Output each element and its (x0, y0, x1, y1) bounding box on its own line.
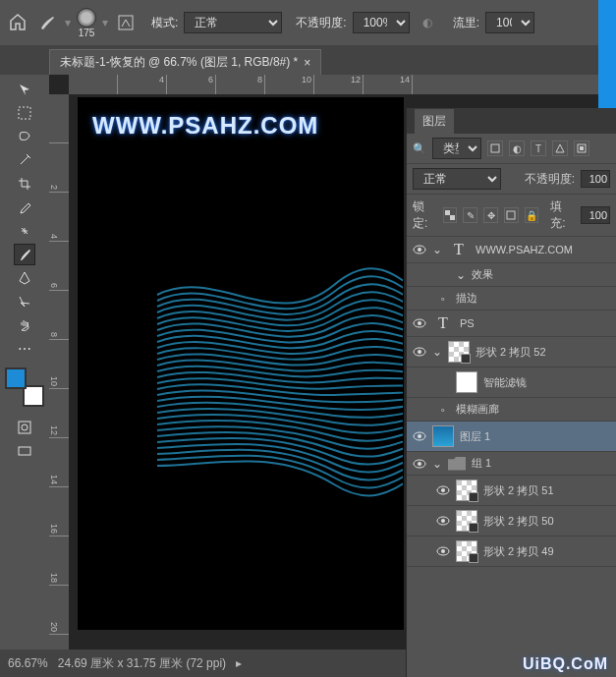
layer-thumbnail (448, 341, 470, 363)
layer-name[interactable]: 组 1 (472, 456, 610, 471)
visibility-eye-icon[interactable] (413, 316, 426, 330)
layer-name[interactable]: 图层 1 (460, 429, 610, 444)
crop-tool-icon[interactable] (14, 173, 35, 195)
lock-label: 锁定: (413, 198, 437, 232)
brush-tool-icon[interactable] (14, 244, 35, 265)
layer-name[interactable]: 形状 2 拷贝 51 (483, 483, 610, 498)
move-tool-icon[interactable] (14, 79, 35, 100)
visibility-eye-icon[interactable] (413, 429, 426, 443)
home-icon[interactable] (6, 11, 29, 34)
layer-row[interactable]: 形状 2 拷贝 49 (407, 536, 616, 567)
layer-name[interactable]: PS (460, 317, 610, 329)
document-tab-title: 未标题-1-恢复的 @ 66.7% (图层 1, RGB/8#) * (60, 54, 298, 71)
lock-artboard-icon[interactable] (504, 207, 519, 223)
brush-panel-icon[interactable] (114, 11, 138, 34)
filter-type-select[interactable]: 类型 (432, 138, 481, 159)
doc-info-chevron-icon[interactable]: ▸ (236, 656, 242, 670)
visibility-eye-icon[interactable] (436, 375, 450, 389)
pen-tool-icon[interactable] (14, 267, 35, 289)
marquee-tool-icon[interactable] (14, 102, 35, 124)
visibility-eye-icon[interactable]: ◦ (436, 292, 450, 306)
hand-tool-icon[interactable] (14, 314, 35, 336)
layer-name[interactable]: 模糊画廊 (456, 402, 610, 417)
layer-blend-select[interactable]: 正常 (413, 168, 501, 190)
heal-tool-icon[interactable] (14, 220, 35, 242)
layer-name[interactable]: 形状 2 拷贝 49 (483, 544, 610, 559)
visibility-eye-icon[interactable] (436, 268, 450, 282)
lock-pixels-icon[interactable] (443, 207, 458, 223)
expand-chevron-icon[interactable]: ⌄ (432, 345, 442, 359)
lock-move-icon[interactable]: ✥ (483, 207, 498, 223)
quickmask-icon[interactable] (14, 417, 35, 438)
zoom-value[interactable]: 66.67% (8, 656, 48, 670)
layers-panel: 图层 🔍 类型 ◐ T 正常 不透明度: 锁定: ✎ ✥ 🔒 填充: ⌄TWWW… (406, 108, 616, 677)
layer-lock-row: 锁定: ✎ ✥ 🔒 填充: (407, 195, 616, 237)
filter-type-icon[interactable]: T (531, 141, 546, 156)
layer-blend-row: 正常 不透明度: (407, 164, 616, 195)
opacity-select[interactable]: 100% (353, 12, 410, 33)
blend-mode-select[interactable]: 正常 (184, 12, 282, 33)
document-canvas[interactable]: WWW.PSAHZ.COM (79, 98, 403, 629)
layer-row[interactable]: 智能滤镜 (407, 367, 616, 398)
color-swatches[interactable] (5, 367, 44, 407)
layer-name[interactable]: 效果 (472, 267, 610, 282)
path-tool-icon[interactable] (14, 291, 35, 312)
eyedrop-tool-icon[interactable] (14, 197, 35, 218)
svg-point-20 (418, 462, 421, 466)
svg-point-3 (22, 424, 28, 430)
visibility-eye-icon[interactable] (436, 514, 450, 528)
doc-info: 24.69 厘米 x 31.75 厘米 (72 ppi) (58, 655, 226, 672)
svg-rect-9 (450, 215, 455, 220)
layer-row[interactable]: ⌄组 1 (407, 452, 616, 476)
fill-label: 填充: (550, 198, 575, 232)
visibility-eye-icon[interactable] (436, 483, 450, 497)
svg-rect-10 (507, 211, 515, 219)
layer-row[interactable]: 形状 2 拷贝 50 (407, 506, 616, 536)
filter-shape-icon[interactable] (552, 141, 568, 156)
layer-opacity-input[interactable] (581, 170, 610, 188)
visibility-eye-icon[interactable] (413, 243, 426, 256)
layer-row[interactable]: TPS (407, 310, 616, 337)
visibility-eye-icon[interactable] (413, 457, 426, 471)
layer-name[interactable]: WWW.PSAHZ.COM (476, 244, 610, 255)
brush-icon[interactable] (35, 11, 59, 34)
layer-row[interactable]: 图层 1 (407, 422, 616, 452)
layer-row[interactable]: ⌄形状 2 拷贝 52 (407, 337, 616, 367)
document-tab[interactable]: 未标题-1-恢复的 @ 66.7% (图层 1, RGB/8#) * × (49, 49, 321, 75)
layer-thumbnail (456, 540, 477, 562)
expand-chevron-icon[interactable]: ⌄ (456, 268, 466, 282)
expand-chevron-icon[interactable]: ⌄ (432, 457, 442, 471)
screenmode-icon[interactable] (14, 440, 35, 462)
visibility-eye-icon[interactable] (413, 345, 426, 359)
options-bar: ▾ 175 ▾ 模式: 正常 不透明度: 100% ◐ 流里: 100% (0, 0, 616, 45)
layer-row[interactable]: ⌄TWWW.PSAHZ.COM (407, 237, 616, 263)
brush-size-value: 175 (79, 28, 95, 38)
tab-layers[interactable]: 图层 (415, 109, 454, 134)
expand-chevron-icon[interactable]: ⌄ (432, 243, 442, 256)
filter-pixel-icon[interactable] (487, 141, 503, 156)
layer-name[interactable]: 智能滤镜 (483, 375, 610, 390)
lock-all-icon[interactable]: 🔒 (525, 207, 539, 223)
layer-name[interactable]: 形状 2 拷贝 52 (476, 345, 610, 360)
layer-name[interactable]: 描边 (456, 291, 610, 306)
layer-row[interactable]: ◦描边 (407, 287, 616, 310)
brush-preview[interactable]: 175 (77, 8, 96, 38)
more-tools-icon[interactable]: ⋯ (14, 338, 35, 360)
pressure-opacity-icon[interactable]: ◐ (416, 11, 439, 34)
visibility-eye-icon[interactable] (436, 544, 450, 558)
wand-tool-icon[interactable] (14, 149, 35, 171)
filter-smart-icon[interactable] (574, 141, 589, 156)
search-icon[interactable]: 🔍 (413, 142, 426, 155)
layer-fill-input[interactable] (581, 206, 610, 224)
layer-name[interactable]: 形状 2 拷贝 50 (483, 514, 610, 529)
window-edge (598, 0, 616, 108)
visibility-eye-icon[interactable]: ◦ (436, 403, 450, 417)
layer-row[interactable]: ⌄效果 (407, 263, 616, 287)
layer-row[interactable]: ◦模糊画廊 (407, 398, 616, 422)
layer-row[interactable]: 形状 2 拷贝 51 (407, 476, 616, 506)
flow-select[interactable]: 100% (485, 12, 534, 33)
close-icon[interactable]: × (304, 56, 310, 70)
lasso-tool-icon[interactable] (14, 126, 35, 147)
filter-adjust-icon[interactable]: ◐ (509, 141, 525, 156)
lock-brush-icon[interactable]: ✎ (463, 207, 477, 223)
